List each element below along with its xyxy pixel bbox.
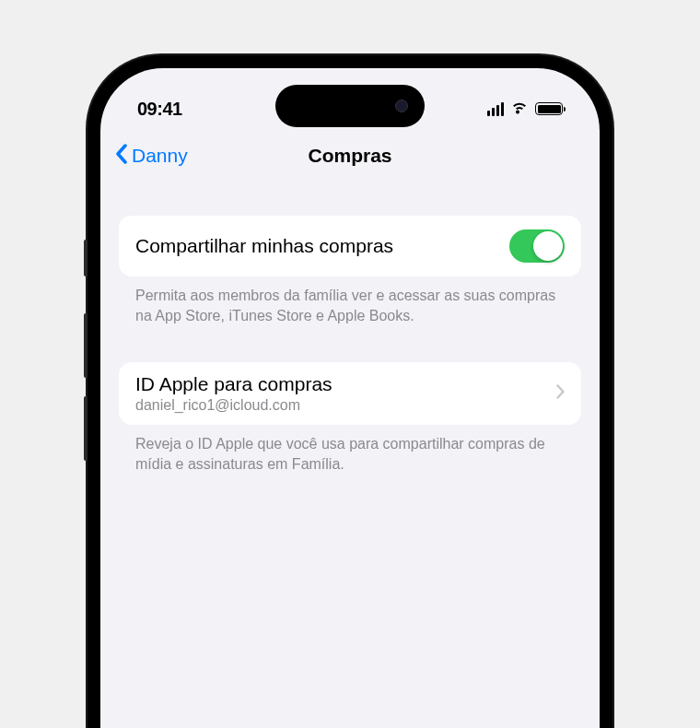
volume-down-button bbox=[84, 396, 88, 461]
chevron-right-icon bbox=[556, 384, 565, 403]
content-area: Compartilhar minhas compras Permita aos … bbox=[100, 179, 600, 474]
phone-frame: 09:41 bbox=[88, 55, 612, 728]
dynamic-island bbox=[275, 85, 425, 127]
phone-screen: 09:41 bbox=[100, 68, 600, 728]
back-label: Danny bbox=[132, 145, 188, 167]
status-time: 09:41 bbox=[137, 99, 229, 120]
wifi-icon bbox=[510, 100, 529, 118]
volume-up-button bbox=[84, 313, 88, 378]
toggle-knob bbox=[533, 231, 563, 261]
apple-id-email: daniel_rico1@icloud.com bbox=[135, 397, 332, 414]
share-purchases-footer: Permita aos membros da família ver e ace… bbox=[119, 276, 581, 325]
apple-id-text: ID Apple para compras daniel_rico1@iclou… bbox=[135, 373, 332, 414]
share-purchases-label: Compartilhar minhas compras bbox=[135, 235, 393, 257]
page-title: Compras bbox=[308, 145, 391, 167]
back-button[interactable]: Danny bbox=[115, 144, 188, 169]
apple-id-cell[interactable]: ID Apple para compras daniel_rico1@iclou… bbox=[119, 362, 581, 425]
battery-icon bbox=[535, 102, 563, 115]
share-purchases-cell: Compartilhar minhas compras bbox=[119, 216, 581, 276]
camera-icon bbox=[395, 100, 408, 112]
status-icons bbox=[471, 100, 563, 118]
silence-switch bbox=[84, 240, 88, 276]
apple-id-footer: Reveja o ID Apple que você usa para comp… bbox=[119, 425, 581, 474]
chevron-left-icon bbox=[115, 144, 128, 169]
apple-id-title: ID Apple para compras bbox=[135, 373, 332, 395]
share-purchases-toggle[interactable] bbox=[509, 229, 565, 263]
cellular-icon bbox=[487, 102, 505, 116]
navigation-bar: Danny Compras bbox=[100, 133, 600, 179]
